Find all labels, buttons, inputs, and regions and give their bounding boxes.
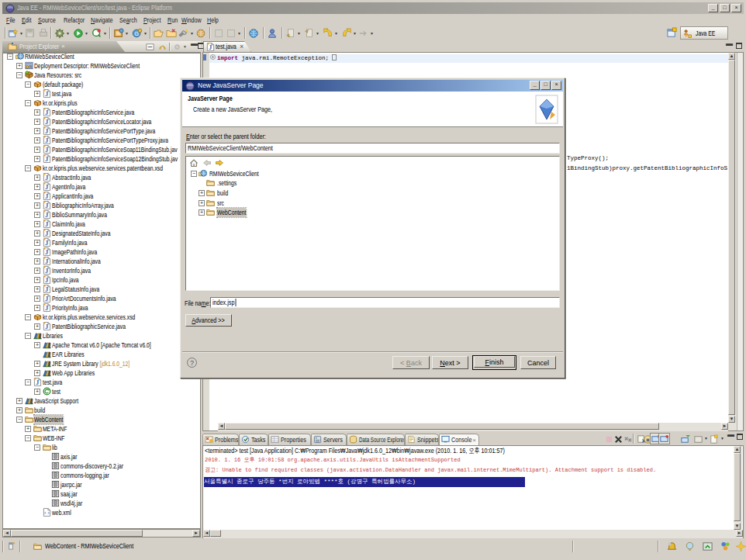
svg-text:G: G (135, 31, 139, 36)
